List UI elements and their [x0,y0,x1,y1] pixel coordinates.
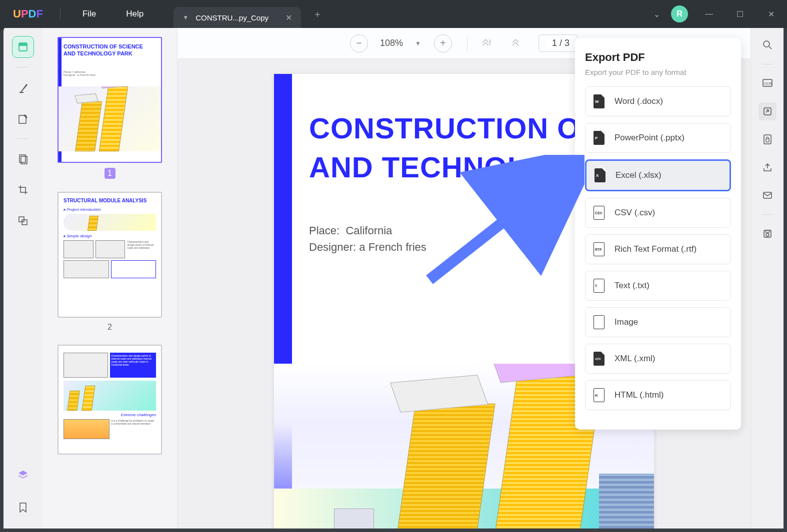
share-icon [762,162,772,172]
export-option-7[interactable]: </>XML (.xml) [585,344,731,374]
export-option-0[interactable]: WWord (.docx) [585,86,731,116]
export-option-2[interactable]: XExcel (.xlsx) [585,159,731,191]
compare-icon [18,215,28,226]
save-tool[interactable] [758,225,776,243]
export-label: Excel (.xlsx) [616,170,662,180]
export-label: PowerPoint (.pptx) [614,133,684,143]
tab-dropdown-icon[interactable]: ▼ [182,14,188,21]
pages-icon [18,153,28,164]
file-icon: CSV [592,205,606,220]
app-body: CONSTRUCTION OF SCIENCE AND TECHNOLOGY P… [0,28,787,532]
minimize-button[interactable]: — [699,9,719,18]
export-label: XML (.xml) [614,354,656,364]
first-page-button[interactable] [482,38,492,49]
export-label: CSV (.csv) [614,208,655,218]
export-option-5[interactable]: TText (.txt) [585,271,731,301]
layers-tool[interactable] [12,464,34,486]
file-icon: X [594,168,606,183]
avatar[interactable]: R [671,5,688,22]
thumbnail-number-2: 2 [58,323,162,332]
file-icon: W [592,94,606,109]
mail-icon [762,191,772,199]
marker-icon [18,82,28,93]
menu-file[interactable]: File [82,9,96,19]
export-option-1[interactable]: PPowerPoint (.pptx) [585,123,731,153]
export-option-8[interactable]: HHTML (.html) [585,380,731,410]
chevron-down-icon[interactable]: ⌄ [654,9,660,19]
export-tool[interactable] [758,102,776,120]
thumbnail-page-3[interactable]: Characteristics and design points of int… [58,345,162,455]
file-icon: H [592,388,606,403]
file-icon: RTF [592,242,606,257]
export-option-6[interactable]: Image [585,307,731,337]
thumbnail-panel: CONSTRUCTION OF SCIENCE AND TECHNOLOGY P… [42,28,178,529]
export-subtitle: Export your PDF to any format [585,68,731,76]
edit-tool[interactable] [12,107,34,129]
thumbnail-number-1: 1 [104,168,116,179]
export-label: Rich Text Format (.rtf) [614,244,696,254]
email-tool[interactable] [758,186,776,204]
right-toolbar: OCR [750,28,784,529]
svg-rect-14 [764,192,772,198]
close-icon[interactable]: ✕ [286,13,292,22]
thumbnail-page-1[interactable]: CONSTRUCTION OF SCIENCE AND TECHNOLOGY P… [58,37,162,163]
pages-tool[interactable] [12,148,34,170]
export-option-3[interactable]: CSVCSV (.csv) [585,198,731,228]
crop-tool[interactable] [12,179,34,201]
export-icon [762,106,772,116]
zoom-in-button[interactable]: + [434,34,452,52]
prev-page-button[interactable] [510,38,520,49]
separator [60,8,60,19]
export-option-4[interactable]: RTFRich Text Format (.rtf) [585,234,731,264]
protect-tool[interactable] [758,130,776,148]
zoom-dropdown-icon[interactable]: ▼ [415,40,421,47]
crop-icon [18,184,28,195]
app-logo: UPDF [13,7,43,20]
bookmark-tool[interactable] [12,497,34,519]
svg-rect-1 [19,43,27,46]
ocr-icon: OCR [762,78,773,88]
svg-rect-6 [19,217,24,222]
file-icon [592,315,606,330]
layers-icon [18,469,28,480]
save-icon [762,229,772,239]
menu-help[interactable]: Help [126,9,144,19]
page-input[interactable] [547,38,557,48]
zoom-value: 108% [380,38,403,48]
marker-tool[interactable] [12,76,34,98]
export-label: Image [614,317,638,327]
svg-rect-2 [20,92,24,93]
thumbnails-icon [18,41,28,52]
document-tab[interactable]: ▼ CONSTRU...py_Copy ✕ [174,7,301,28]
svg-rect-12 [764,135,771,144]
svg-rect-13 [766,139,769,142]
ocr-tool[interactable]: OCR [758,74,776,92]
file-icon: </> [592,351,606,366]
page-indicator: / 3 [538,34,578,52]
zoom-out-button[interactable]: − [350,34,368,52]
export-title: Export PDF [585,51,731,64]
export-label: Text (.txt) [614,281,650,291]
title-right-group: ⌄ R — ☐ ✕ [654,5,781,22]
compare-tool[interactable] [12,210,34,232]
thumbnail-page-2[interactable]: STRUCTURAL MODULE ANALYSIS ▸ Project int… [58,192,162,318]
export-label: Word (.docx) [614,96,663,106]
file-icon: P [592,130,606,145]
search-tool[interactable] [758,36,776,54]
new-tab-button[interactable]: ＋ [313,8,322,20]
edit-icon [18,113,28,124]
maximize-button[interactable]: ☐ [730,9,750,19]
thumbnails-tool[interactable] [12,36,34,58]
file-icon: T [592,278,606,293]
tab-name: CONSTRU...py_Copy [196,13,268,22]
bookmark-icon [18,502,28,513]
close-window-button[interactable]: ✕ [761,9,781,19]
titlebar: UPDF File Help ▼ CONSTRU...py_Copy ✕ ＋ ⌄… [0,0,787,28]
svg-point-16 [766,233,769,236]
export-label: HTML (.html) [614,390,664,400]
share-tool[interactable] [758,158,776,176]
export-panel: Export PDF Export your PDF to any format… [575,38,741,430]
svg-text:OCR: OCR [764,82,772,85]
left-toolbar [4,28,42,529]
lock-icon [763,134,772,145]
